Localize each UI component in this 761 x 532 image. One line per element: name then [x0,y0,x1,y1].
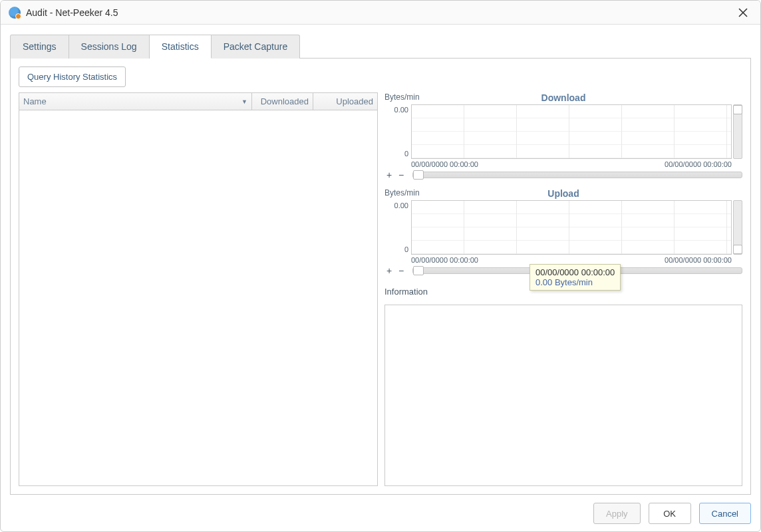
query-history-button[interactable]: Query History Statistics [19,66,126,87]
ok-button[interactable]: OK [649,503,691,524]
tab-settings[interactable]: Settings [10,35,69,59]
cancel-button[interactable]: Cancel [699,503,751,524]
download-plot-area[interactable] [411,104,732,159]
download-ymax: 0.00 [394,106,408,114]
information-box [384,305,742,486]
download-horizontal-slider[interactable] [412,172,742,178]
upload-xstart: 00/00/0000 00:00:00 [411,256,478,264]
apply-button[interactable]: Apply [593,503,641,524]
column-name[interactable]: Name ▼ [19,93,252,110]
tooltip-value: 0.00 Bytes/min [535,277,615,287]
close-button[interactable] [734,3,752,22]
tooltip-time: 00/00/0000 00:00:00 [535,267,615,277]
download-chart: Bytes/min Download 0.00 0 00/00/0000 00:… [384,92,742,180]
download-x-axis: 00/00/0000 00:00:00 00/00/0000 00:00:00 [411,159,732,168]
download-y-axis: 0.00 0 [384,104,410,159]
stats-table[interactable]: Name ▼ Downloaded Uploaded [19,92,378,486]
sort-dropdown-icon[interactable]: ▼ [241,98,247,105]
upload-vertical-slider[interactable] [733,200,742,255]
tab-bar: Settings Sessions Log Statistics Packet … [10,34,751,59]
upload-chart: Bytes/min Upload 0.00 0 00/00/0000 00:00… [384,188,742,276]
download-xend: 00/00/0000 00:00:00 [665,160,732,168]
tab-packet-capture[interactable]: Packet Capture [212,35,301,59]
column-name-label: Name [23,96,47,106]
upload-ymax: 0.00 [394,201,408,209]
download-zoom-in[interactable]: + [384,170,394,180]
tab-statistics[interactable]: Statistics [150,35,212,59]
column-uploaded[interactable]: Uploaded [313,93,377,110]
upload-x-axis: 00/00/0000 00:00:00 00/00/0000 00:00:00 [411,255,732,264]
download-vertical-slider[interactable] [733,104,742,159]
tab-sessions-log[interactable]: Sessions Log [69,35,150,59]
download-xstart: 00/00/0000 00:00:00 [411,160,478,168]
upload-ymin: 0 [404,245,408,253]
table-header: Name ▼ Downloaded Uploaded [19,93,377,110]
chart-tooltip: 00/00/0000 00:00:00 0.00 Bytes/min [530,264,621,291]
app-icon [9,7,21,19]
upload-xend: 00/00/0000 00:00:00 [665,256,732,264]
download-ymin: 0 [404,150,408,158]
download-title: Download [384,92,742,103]
close-icon [738,8,748,17]
upload-plot-area[interactable] [411,200,732,255]
upload-zoom-in[interactable]: + [384,265,394,276]
titlebar: Audit - Net-Peeker 4.5 [1,1,760,25]
upload-zoom-out[interactable]: − [396,265,406,276]
table-body [19,110,377,503]
tab-content-statistics: Query History Statistics Name ▼ Download… [10,59,751,495]
download-zoom-out[interactable]: − [396,170,406,180]
upload-y-axis: 0.00 0 [384,200,410,255]
column-downloaded[interactable]: Downloaded [252,93,313,110]
window-title: Audit - Net-Peeker 4.5 [26,7,118,18]
upload-title: Upload [384,188,742,199]
